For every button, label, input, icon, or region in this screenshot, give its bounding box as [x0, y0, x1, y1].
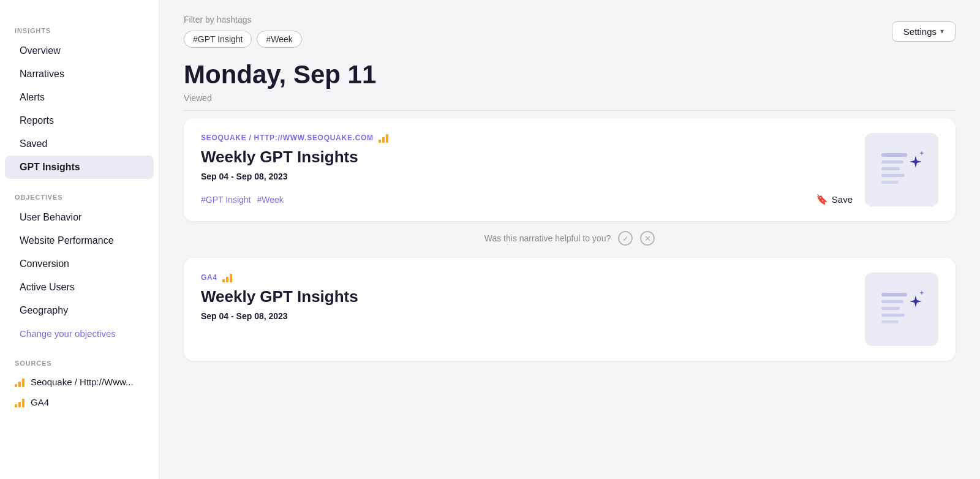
settings-button[interactable]: Settings ▾: [892, 21, 956, 42]
sidebar-item-active-users[interactable]: Active Users: [5, 276, 154, 299]
objectives-section-label: OBJECTIVES: [0, 194, 159, 206]
card-1-date: Sep 04 - Sep 08, 2023: [201, 172, 853, 181]
card-1-source: SEOQUAKE / HTTP://WWW.SEOQUAKE.COM: [201, 133, 853, 143]
sidebar-item-website-performance[interactable]: Website Performance: [5, 229, 154, 252]
sidebar: INSIGHTS Overview Narratives Alerts Repo…: [0, 0, 159, 479]
insights-section-label: INSIGHTS: [0, 27, 159, 39]
svg-rect-1: [881, 160, 903, 164]
chevron-down-icon: ▾: [940, 27, 944, 36]
main-content: Filter by hashtags #GPT Insight #Week Se…: [159, 0, 980, 479]
thumbs-up-icon[interactable]: ✓: [618, 231, 633, 246]
bar-chart-icon-card1: [379, 133, 388, 143]
svg-rect-5: [881, 293, 907, 296]
sidebar-item-overview[interactable]: Overview: [5, 39, 154, 62]
svg-rect-4: [881, 181, 899, 184]
svg-rect-0: [881, 153, 907, 157]
svg-rect-8: [881, 314, 905, 317]
svg-rect-7: [881, 307, 900, 310]
thumbs-down-icon[interactable]: ✕: [640, 231, 655, 246]
sidebar-item-gpt-insights[interactable]: GPT Insights: [5, 156, 154, 179]
sidebar-item-saved[interactable]: Saved: [5, 132, 154, 156]
top-bar: Filter by hashtags #GPT Insight #Week Se…: [184, 15, 956, 48]
card-2-source: GA4: [201, 273, 853, 282]
card-1-tag-week[interactable]: #Week: [257, 195, 283, 205]
sidebar-item-reports[interactable]: Reports: [5, 109, 154, 132]
svg-rect-2: [881, 167, 900, 170]
sidebar-item-geography[interactable]: Geography: [5, 299, 154, 322]
card-1-tags: #GPT Insight #Week: [201, 195, 284, 205]
date-heading: Monday, Sep 11: [184, 60, 956, 89]
sidebar-item-alerts[interactable]: Alerts: [5, 86, 154, 109]
viewed-label: Viewed: [184, 93, 956, 111]
sidebar-source-ga4[interactable]: GA4: [0, 392, 159, 412]
filter-label: Filter by hashtags: [184, 15, 892, 25]
hashtag-pill-week[interactable]: #Week: [257, 31, 301, 48]
insight-card-1[interactable]: SEOQUAKE / HTTP://WWW.SEOQUAKE.COM Weekl…: [184, 118, 956, 221]
card-2-illustration: [865, 273, 938, 346]
hashtag-pills: #GPT Insight #Week: [184, 31, 892, 48]
card-1-save-button[interactable]: 🔖 Save: [816, 194, 853, 205]
card-1-illustration: [865, 133, 938, 206]
insight-card-2[interactable]: GA4 Weekly GPT Insights Sep 04 - Sep 08,…: [184, 258, 956, 361]
card-2-title: Weekly GPT Insights: [201, 287, 853, 306]
hashtag-pill-gpt[interactable]: #GPT Insight: [184, 31, 252, 48]
svg-rect-3: [881, 174, 905, 177]
card-1-title: Weekly GPT Insights: [201, 148, 853, 167]
sidebar-item-change-objectives[interactable]: Change your objectives: [5, 322, 154, 345]
svg-rect-6: [881, 300, 903, 303]
card-2-date: Sep 04 - Sep 08, 2023: [201, 311, 853, 321]
card-1-tag-gpt[interactable]: #GPT Insight: [201, 195, 251, 205]
bar-chart-icon-ga4: [15, 398, 24, 407]
sidebar-item-narratives[interactable]: Narratives: [5, 62, 154, 86]
bookmark-icon: 🔖: [816, 194, 828, 205]
card-2-content: GA4 Weekly GPT Insights Sep 04 - Sep 08,…: [201, 273, 865, 333]
sidebar-item-user-behavior[interactable]: User Behavior: [5, 206, 154, 229]
card-1-footer: #GPT Insight #Week 🔖 Save: [201, 194, 853, 205]
bar-chart-icon-seoquake: [15, 377, 24, 387]
bar-chart-icon-card2: [222, 273, 232, 282]
helpful-row: Was this narrative helpful to you? ✓ ✕: [184, 231, 956, 246]
sources-section-label: SOURCES: [0, 360, 159, 372]
sidebar-source-seoquake[interactable]: Seoquake / Http://Www...: [0, 372, 159, 392]
svg-rect-9: [881, 320, 899, 323]
card-1-content: SEOQUAKE / HTTP://WWW.SEOQUAKE.COM Weekl…: [201, 133, 865, 205]
sidebar-item-conversion[interactable]: Conversion: [5, 252, 154, 276]
filter-area: Filter by hashtags #GPT Insight #Week: [184, 15, 892, 48]
